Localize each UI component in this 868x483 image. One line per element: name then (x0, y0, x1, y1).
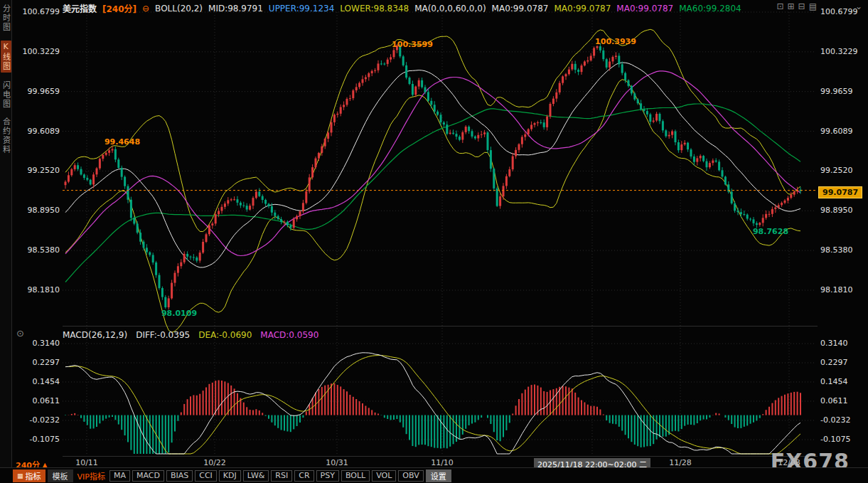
toolbar-button-boll[interactable]: BOLL (341, 470, 370, 482)
toolbar-button-indicator[interactable]: ▦指标 (13, 469, 45, 482)
macd-tick-label: -0.0232 (820, 416, 866, 425)
trading-app-window: 分时图K线图闪电图合约资料 美元指数 [240分] ⊖ BOLL(20,2) M… (0, 0, 868, 483)
toolbar-button-macd[interactable]: MACD (132, 470, 164, 482)
macd-tick-label: 0.3140 (820, 339, 866, 348)
date-tick-label: 10/11 (75, 458, 98, 467)
macd-label: MACD(26,12,9) (63, 330, 127, 340)
price-tick-label: 99.6089 (820, 127, 866, 136)
indicator-header: 美元指数 [240分] ⊖ BOLL(20,2) MID:98.9791 UPP… (63, 3, 741, 14)
ma0-value-3: MA0:99.0787 (616, 4, 673, 14)
toolbar-button-vol[interactable]: VOL (372, 470, 396, 482)
macd-value: MACD:0.0590 (260, 330, 318, 340)
indicator-grid-icon: ▦ (17, 472, 23, 479)
layout-icons: ⊡⊞⊟▤ (776, 1, 817, 11)
ma0-value-1: MA0:99.0787 (492, 4, 549, 14)
layout-grid-icon[interactable]: ⊞ (788, 1, 795, 11)
price-tick-label: 100.3229 (17, 48, 60, 56)
layout-list-icon[interactable]: ▤ (809, 1, 817, 11)
price-tick-label: 98.8950 (17, 206, 60, 215)
left-price-axis: 100.6799100.322999.965999.608999.252098.… (17, 0, 60, 469)
boll-label: BOLL(20,2) (155, 4, 203, 14)
symbol-title: 美元指数 (63, 2, 97, 14)
macd-tick-label: 0.3140 (17, 339, 60, 348)
price-tick-label: 98.5380 (17, 246, 60, 255)
boll-lower-value: LOWER:98.8348 (340, 4, 409, 14)
swing-high-label: 100.3599 (392, 40, 433, 49)
swing-low-label: 98.0109 (161, 309, 197, 318)
ma60-value: MA60:99.2804 (679, 4, 741, 14)
swing-high-label: 99.4648 (105, 137, 140, 147)
toolbar-button-psy[interactable]: PSY (316, 470, 339, 482)
sidebar-tab-contract-info[interactable]: 合约资料 (1, 117, 11, 154)
bottom-toolbar-bar: ▦指标模板VIP指标MAMACDBIASCCIKDJLW&RSICRPSYBOL… (0, 467, 868, 483)
macd-tick-label: 0.0611 (17, 397, 60, 405)
macd-tick-label: 0.2297 (17, 359, 60, 367)
zoom-out-icon[interactable]: ⊖ (142, 4, 149, 14)
macd-tick-label: 0.2297 (820, 359, 866, 367)
sidebar-tab-flash-chart[interactable]: 闪电图 (1, 81, 11, 109)
boll-mid-value: MID:98.9791 (208, 4, 263, 14)
date-tick-label: 10/31 (326, 458, 348, 467)
toolbar-button-vip-indicator[interactable]: VIP指标 (75, 469, 107, 482)
macd-diff-value: DIFF:-0.0395 (136, 330, 190, 340)
toolbar-button-ma[interactable]: MA (109, 470, 130, 482)
price-tick-label: 99.2520 (17, 166, 60, 175)
toolbar-button-settings[interactable]: 设置 (426, 469, 451, 482)
indicator-toolbar: ▦指标模板VIP指标MAMACDBIASCCIKDJLW&RSICRPSYBOL… (13, 469, 451, 482)
toolbar-button-rsi[interactable]: RSI (271, 470, 292, 482)
boll-upper-value: UPPER:99.1234 (269, 4, 334, 14)
sidebar-tab-kline-chart[interactable]: K线图 (1, 41, 11, 73)
price-tick-label: 98.5380 (820, 246, 866, 255)
macd-header: MACD(26,12,9) DIFF:-0.0395 DEA:-0.0690 M… (63, 330, 318, 340)
swing-high-label: 100.3939 (595, 37, 636, 46)
toolbar-button-obv[interactable]: OBV (398, 470, 423, 482)
macd-collapse-icon[interactable]: ⊙ (16, 328, 24, 339)
layout-rows-icon[interactable]: ⊟ (798, 1, 805, 11)
price-tick-label: 98.1810 (820, 286, 866, 294)
period-badge[interactable]: [240分] (102, 2, 136, 14)
date-tick-label: 11/10 (431, 458, 454, 467)
toolbar-button-kdj[interactable]: KDJ (219, 470, 241, 482)
price-tick-label: 100.6799 (17, 8, 60, 16)
ma0-value-2: MA0:99.0787 (554, 4, 611, 14)
price-tick-label: 99.2520 (820, 166, 866, 175)
macd-tick-label: 0.1454 (820, 378, 866, 386)
swing-low-label: 98.7628 (753, 227, 788, 236)
price-tick-label: 100.3229 (820, 48, 866, 56)
panel-collapse-icon[interactable]: ⌄ (855, 1, 862, 11)
sidebar: 分时图K线图闪电图合约资料 (0, 0, 12, 483)
toolbar-button-cr[interactable]: CR (294, 470, 314, 482)
toolbar-button-lwr[interactable]: LW& (243, 470, 269, 482)
date-tick-label: 11/28 (669, 458, 692, 467)
price-tick-label: 99.9659 (17, 87, 60, 96)
macd-tick-label: -0.1075 (17, 435, 60, 444)
macd-tick-label: -0.1075 (820, 435, 866, 444)
toolbar-button-cci[interactable]: CCI (195, 470, 217, 482)
macd-dea-value: DEA:-0.0690 (198, 330, 252, 340)
macd-tick-label: -0.0232 (17, 416, 60, 425)
toolbar-button-bias[interactable]: BIAS (166, 470, 193, 482)
right-price-axis: 100.6799100.322999.965999.608999.252098.… (820, 0, 866, 469)
macd-tick-label: 0.0611 (820, 397, 866, 405)
price-tick-label: 98.8950 (820, 206, 866, 215)
price-tick-label: 98.1810 (17, 286, 60, 294)
main-chart-canvas[interactable] (63, 0, 818, 469)
last-price-badge: 99.0787 (818, 186, 862, 198)
price-tick-label: 99.6089 (17, 127, 60, 136)
macd-tick-label: 0.1454 (17, 378, 60, 386)
layout-single-icon[interactable]: ⊡ (776, 1, 783, 11)
price-tick-label: 99.9659 (820, 87, 866, 96)
ma-label: MA(0,0,0,60,0,0) (414, 4, 486, 14)
toolbar-button-template[interactable]: 模板 (48, 469, 73, 482)
sidebar-tab-time-chart[interactable]: 分时图 (1, 4, 11, 32)
date-tick-label: 10/22 (203, 458, 226, 467)
